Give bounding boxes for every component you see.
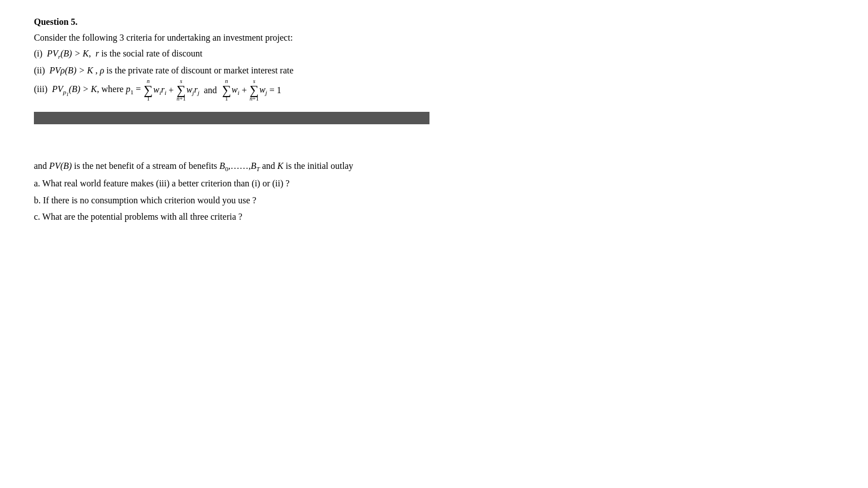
- answer-text4: c. What are the potential problems with …: [34, 212, 242, 221]
- answer-text2: a. What real world feature makes (iii) a…: [34, 178, 289, 188]
- term3: wi: [232, 81, 240, 99]
- term1: wiri: [153, 81, 166, 99]
- answer-section: and PV(B) is the net benefit of a stream…: [34, 158, 834, 224]
- answer-text3: b. If there is no consumption which crit…: [34, 195, 257, 205]
- intro-text: Consider the following 3 criteria for un…: [34, 33, 293, 42]
- criterion-iii-line: (iii) PVp1(B) > K, where p1 = n ∑ 1 wiri…: [34, 79, 834, 102]
- equals1: = 1: [267, 81, 281, 99]
- criterion-ii-line: (ii) PVρ(B) > K , ρ is the private rate …: [34, 63, 834, 78]
- criterion-i-text: (i) PVr(B) > K, r is the social rate of …: [34, 49, 202, 58]
- sigma1: n ∑ 1: [144, 79, 153, 102]
- answer-line4: c. What are the potential problems with …: [34, 209, 834, 224]
- plus2: +: [240, 81, 249, 99]
- criterion-iii-label: (iii) PVp1(B) > K, where p1 =: [34, 80, 143, 100]
- sigma2: s ∑ n+1: [176, 79, 185, 102]
- question-title: Question 5.: [34, 17, 834, 27]
- answer-line3: b. If there is no consumption which crit…: [34, 193, 834, 208]
- sigma4: s ∑ n+1: [250, 79, 259, 102]
- sigma3: n ∑ 1: [222, 79, 231, 102]
- term2: wjrj: [186, 81, 199, 99]
- dark-bar: [34, 112, 429, 124]
- plus1: +: [166, 81, 176, 99]
- criterion-ii-text: (ii) PVρ(B) > K , ρ is the private rate …: [34, 66, 293, 75]
- answer-text1: and PV(B) is the net benefit of a stream…: [34, 161, 353, 171]
- and-text: and: [199, 81, 222, 99]
- answer-line1: and PV(B) is the net benefit of a stream…: [34, 158, 834, 175]
- question-title-text: Question 5.: [34, 17, 77, 27]
- term4: wj: [259, 81, 267, 99]
- intro-line: Consider the following 3 criteria for un…: [34, 30, 834, 45]
- criterion-i-line: (i) PVr(B) > K, r is the social rate of …: [34, 46, 834, 62]
- page-container: Question 5. Consider the following 3 cri…: [0, 0, 868, 488]
- answer-line2: a. What real world feature makes (iii) a…: [34, 176, 834, 191]
